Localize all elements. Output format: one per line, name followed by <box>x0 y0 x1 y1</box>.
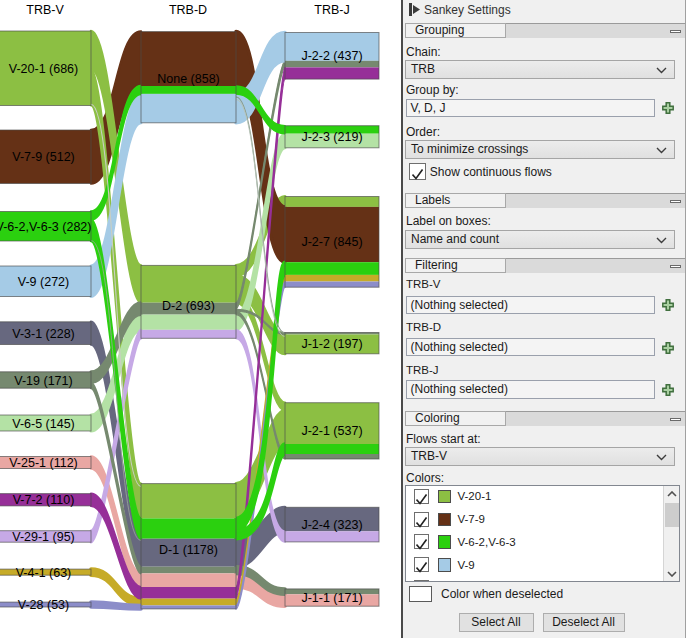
svg-text:J-2-1 (537): J-2-1 (537) <box>301 424 362 438</box>
svg-text:D-2 (693): D-2 (693) <box>162 299 215 313</box>
svg-text:J-2-7 (845): J-2-7 (845) <box>301 235 362 249</box>
svg-text:TRB-D: TRB-D <box>169 3 207 17</box>
svg-text:V-19 (171): V-19 (171) <box>14 374 72 388</box>
svg-text:TRB-V: TRB-V <box>26 3 64 17</box>
svg-text:V-6-2,V-6-3 (282): V-6-2,V-6-3 (282) <box>0 220 91 234</box>
svg-text:D-1 (1178): D-1 (1178) <box>159 543 218 557</box>
svg-text:J-2-2 (437): J-2-2 (437) <box>301 49 362 63</box>
svg-text:V-6-5 (145): V-6-5 (145) <box>12 417 75 431</box>
svg-text:V-3-1 (228): V-3-1 (228) <box>12 327 75 341</box>
svg-text:J-2-4 (323): J-2-4 (323) <box>301 518 362 532</box>
svg-text:J-1-2 (197): J-1-2 (197) <box>301 337 362 351</box>
svg-text:V-4-1 (63): V-4-1 (63) <box>16 566 72 580</box>
svg-text:V-7-2 (110): V-7-2 (110) <box>13 493 75 507</box>
svg-text:J-1-1 (171): J-1-1 (171) <box>301 591 362 605</box>
svg-text:V-9 (272): V-9 (272) <box>18 275 69 289</box>
svg-text:V-29-1 (95): V-29-1 (95) <box>12 530 75 544</box>
svg-text:V-20-1 (686): V-20-1 (686) <box>9 62 78 76</box>
svg-text:TRB-J: TRB-J <box>314 3 349 17</box>
svg-text:J-2-3 (219): J-2-3 (219) <box>301 130 362 144</box>
svg-text:V-7-9 (512): V-7-9 (512) <box>12 150 75 164</box>
svg-text:V-28 (53): V-28 (53) <box>18 598 69 612</box>
svg-text:None (858): None (858) <box>157 72 220 86</box>
svg-text:V-25-1 (112): V-25-1 (112) <box>9 456 78 470</box>
